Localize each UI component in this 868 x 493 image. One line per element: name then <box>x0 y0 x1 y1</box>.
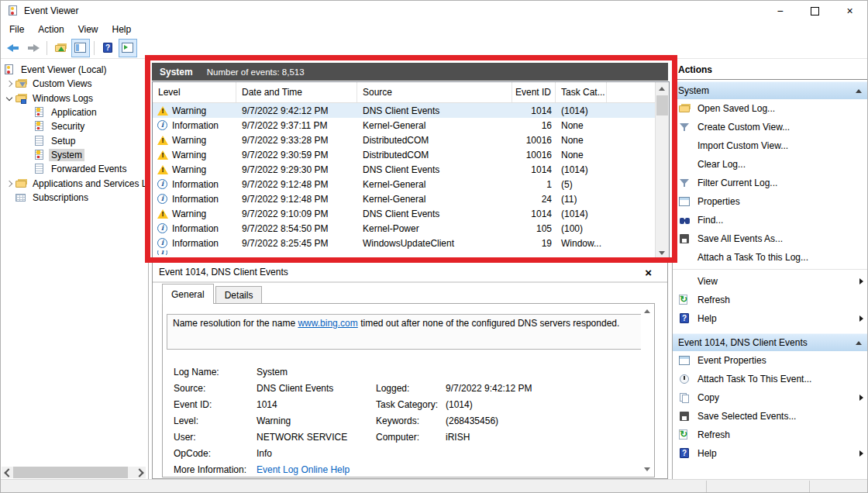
actions-section-system[interactable]: System <box>673 81 867 99</box>
event-level-cell: Warning <box>153 206 236 221</box>
event-task-cell: Window... <box>556 236 607 250</box>
column-header-source[interactable]: Source <box>357 82 512 102</box>
sidebar-item-setup[interactable]: Setup <box>1 133 148 147</box>
chevron-right-icon[interactable] <box>4 178 15 189</box>
sidebar-item-subscriptions[interactable]: Subscriptions <box>1 191 148 205</box>
task-icon <box>678 373 691 385</box>
vertical-scrollbar[interactable] <box>655 82 669 260</box>
event-source-cell: DistributedCOM <box>357 133 512 147</box>
action-help[interactable]: Help <box>673 309 867 328</box>
menu-action[interactable]: Action <box>31 22 71 36</box>
event-log-online-help-link[interactable]: Event Log Online Help <box>257 464 350 475</box>
scrollbar-thumb[interactable] <box>656 95 668 115</box>
table-row[interactable]: Information 9/7/2022 8:54:50 PM Kernel-P… <box>153 221 669 236</box>
maximize-button[interactable] <box>797 1 832 21</box>
event-task-cell: (1014) <box>556 103 607 118</box>
collapse-icon[interactable] <box>856 341 862 345</box>
tab-general[interactable]: General <box>162 284 214 304</box>
sidebar-item-forwarded-events[interactable]: Forwarded Events <box>1 162 148 176</box>
vertical-scrollbar[interactable] <box>641 305 653 476</box>
bing-link[interactable]: www.bing.com <box>298 318 357 329</box>
action-help-event[interactable]: Help <box>673 444 867 463</box>
open-saved-log-button[interactable] <box>51 39 70 57</box>
chevron-right-icon[interactable] <box>4 78 15 89</box>
back-button[interactable] <box>4 39 22 57</box>
sidebar-item-label: System <box>49 149 84 161</box>
action-save-all-events-as[interactable]: Save All Events As... <box>673 229 867 248</box>
section-title: System <box>678 85 709 96</box>
action-event-properties[interactable]: Event Properties <box>673 351 867 370</box>
column-header-date[interactable]: Date and Time <box>236 82 357 102</box>
table-row-partial[interactable] <box>153 250 669 255</box>
collapse-icon[interactable] <box>856 89 862 93</box>
scroll-left-icon[interactable] <box>2 467 13 478</box>
preview-tabs: General Details <box>153 283 667 303</box>
menu-file[interactable]: File <box>2 22 31 36</box>
column-header-task-category[interactable]: Task Cat... <box>556 82 607 102</box>
actions-pane: Actions System Open Saved Log... Create … <box>672 60 867 480</box>
table-row[interactable]: Information 9/7/2022 9:37:11 PM Kernel-G… <box>153 118 669 133</box>
action-open-saved-log[interactable]: Open Saved Log... <box>673 99 867 118</box>
chevron-down-icon[interactable] <box>4 93 15 104</box>
action-filter-current-log[interactable]: Filter Current Log... <box>673 174 867 192</box>
table-row[interactable]: Warning 9/7/2022 9:33:28 PM DistributedC… <box>153 133 669 147</box>
scroll-down-icon[interactable] <box>641 464 654 475</box>
minimize-button[interactable]: − <box>763 1 797 21</box>
sidebar-item-application[interactable]: Application <box>1 105 148 119</box>
actions-section-event-1014[interactable]: Event 1014, DNS Client Events <box>673 333 867 351</box>
table-row[interactable]: Warning 9/7/2022 9:30:59 PM DistributedC… <box>153 147 669 162</box>
sidebar-item-applications-and-services-logs[interactable]: Applications and Services Lo <box>1 176 148 190</box>
action-create-custom-view[interactable]: Create Custom View... <box>673 118 867 136</box>
preview-title: Event 1014, DNS Client Events <box>159 267 288 278</box>
table-row[interactable]: Warning 9/7/2022 9:10:09 PM DNS Client E… <box>153 206 669 221</box>
action-refresh-event[interactable]: Refresh <box>673 426 867 444</box>
field-value: 9/7/2022 9:42:12 PM <box>446 383 532 394</box>
menu-help[interactable]: Help <box>105 22 139 36</box>
help-button[interactable] <box>98 39 117 57</box>
horizontal-scrollbar[interactable] <box>2 467 146 478</box>
field-value: NETWORK SERVICE <box>257 432 347 443</box>
sidebar-item-windows-logs[interactable]: Windows Logs <box>1 91 148 105</box>
scrollbar-thumb[interactable] <box>13 467 128 478</box>
sidebar-item-system[interactable]: System <box>1 148 148 162</box>
action-properties[interactable]: Properties <box>673 192 867 211</box>
action-import-custom-view[interactable]: Import Custom View... <box>673 136 867 155</box>
event-description: Name resolution for the name www.bing.co… <box>167 314 644 350</box>
filter-icon <box>678 177 691 189</box>
sidebar-item-security[interactable]: Security <box>1 119 148 133</box>
sidebar-item-custom-views[interactable]: Custom Views <box>1 77 148 91</box>
action-attach-task-to-log[interactable]: Attach a Task To this Log... <box>673 248 867 267</box>
sidebar-item-event-viewer-local[interactable]: Event Viewer (Local) <box>1 63 148 77</box>
forward-button[interactable] <box>24 39 43 57</box>
event-level-text: Information <box>172 179 219 190</box>
tab-details[interactable]: Details <box>215 286 263 303</box>
action-save-selected-events[interactable]: Save Selected Events... <box>673 407 867 426</box>
table-row[interactable]: Information 9/7/2022 9:12:48 PM Kernel-G… <box>153 191 669 206</box>
event-level-cell: Warning <box>153 147 236 162</box>
column-header-event-id[interactable]: Event ID <box>512 82 556 102</box>
toggle-console-tree-button[interactable] <box>71 39 90 57</box>
close-icon[interactable]: × <box>645 267 652 278</box>
scroll-right-icon[interactable] <box>134 467 146 478</box>
scroll-down-icon[interactable] <box>656 247 669 259</box>
column-header-level[interactable]: Level <box>153 82 236 102</box>
action-clear-log[interactable]: Clear Log... <box>673 155 867 174</box>
action-refresh[interactable]: Refresh <box>673 291 867 309</box>
table-row[interactable]: Information 9/7/2022 9:12:48 PM Kernel-G… <box>153 177 669 191</box>
event-task-cell: None <box>556 118 607 133</box>
action-copy[interactable]: Copy <box>673 388 867 407</box>
field-label: Log Name: <box>174 367 219 378</box>
action-attach-task-to-event[interactable]: Attach Task To This Event... <box>673 370 867 388</box>
action-view[interactable]: View <box>673 272 867 291</box>
table-row[interactable]: Information 9/7/2022 8:25:45 PM WindowsU… <box>153 236 669 250</box>
log-header-bar: System Number of events: 8,513 <box>152 63 668 81</box>
action-find[interactable]: Find... <box>673 211 867 229</box>
scroll-up-icon[interactable] <box>641 305 654 317</box>
table-row[interactable]: Warning 9/7/2022 9:29:30 PM DNS Client E… <box>153 162 669 177</box>
menu-view[interactable]: View <box>71 22 105 36</box>
table-row[interactable]: Warning 9/7/2022 9:42:12 PM DNS Client E… <box>153 103 669 118</box>
toggle-action-pane-button[interactable] <box>119 39 137 57</box>
field-value: (1014) <box>446 399 473 410</box>
scroll-up-icon[interactable] <box>656 83 669 95</box>
close-button[interactable]: × <box>832 1 867 21</box>
